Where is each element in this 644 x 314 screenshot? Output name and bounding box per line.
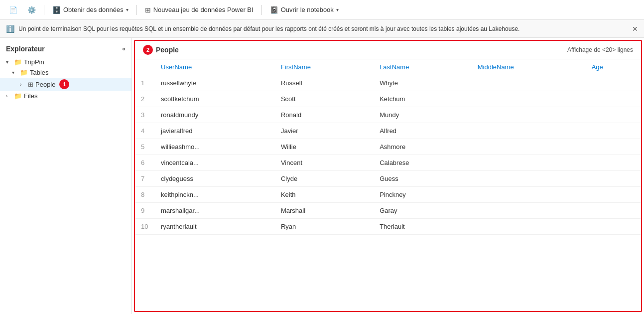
new-dataset-icon: ⊞ [145,6,151,14]
doc-icon: 📄 [9,6,17,14]
cell-middlename [472,203,586,219]
cell-lastname: Theriault [374,219,472,235]
tables-label: Tables [30,69,49,76]
sidebar-title-label: Explorateur [6,45,45,53]
tables-chevron-icon: ▾ [12,70,18,75]
cell-middlename [472,139,586,155]
cell-firstname: Javier [275,123,374,139]
cell-username: ryantheriault [155,219,275,235]
sidebar-item-trippin[interactable]: ▾ 📁 TripPin [0,57,131,67]
col-lastname[interactable]: LastName [374,59,472,75]
get-data-icon: 🗄️ [52,6,61,14]
separator-1 [44,5,44,15]
cell-middlename [472,171,586,187]
cell-age [586,187,641,203]
content-header: 2 People Affichage de <20> lignes [135,41,641,59]
info-bar: ℹ️ Un point de terminaison SQL pour les … [0,20,644,38]
annotation-badge-1: 1 [59,79,69,89]
cell-num: 9 [135,203,155,219]
trippin-folder-icon: 📁 [14,58,22,66]
cell-age [586,171,641,187]
people-label: People [35,81,55,88]
table-row: 2 scottketchum Scott Ketchum [135,91,641,107]
table-row: 10 ryantheriault Ryan Theriault [135,219,641,235]
cell-age [586,75,641,91]
cell-firstname: Russell [275,75,374,91]
sidebar-title: Explorateur « [0,42,131,57]
cell-username: vincentcala... [155,155,275,171]
col-username[interactable]: UserName [155,59,275,75]
cell-age [586,139,641,155]
sidebar-collapse-button[interactable]: « [122,45,126,52]
cell-age [586,203,641,219]
data-table-container[interactable]: UserName FirstName LastName MiddleName A… [135,59,641,311]
table-row: 1 russellwhyte Russell Whyte [135,75,641,91]
cell-middlename [472,219,586,235]
cell-lastname: Whyte [374,75,472,91]
info-close-button[interactable]: ✕ [632,25,638,33]
cell-lastname: Ketchum [374,91,472,107]
cell-lastname: Ashmore [374,139,472,155]
cell-middlename [472,155,586,171]
cell-num: 1 [135,75,155,91]
cell-firstname: Scott [275,91,374,107]
cell-username: clydeguess [155,171,275,187]
toolbar-open-notebook[interactable]: 📓 Ouvrir le notebook ▾ [266,4,343,16]
cell-middlename [472,91,586,107]
files-folder-icon: 📁 [14,92,22,100]
content-title: People [156,46,179,54]
sidebar-item-tables[interactable]: ▾ 📁 Tables [0,67,131,78]
cell-lastname: Guess [374,171,472,187]
notebook-icon: 📓 [270,6,278,14]
main-layout: Explorateur « ▾ 📁 TripPin ▾ 📁 Tables › ⊞… [0,38,644,314]
toolbar-settings-icon[interactable]: ⚙️ [23,4,40,16]
cell-firstname: Clyde [275,171,374,187]
toolbar-new-dataset[interactable]: ⊞ Nouveau jeu de données Power BI [141,4,258,16]
cell-username: russellwhyte [155,75,275,91]
cell-num: 4 [135,123,155,139]
cell-username: willieashmo... [155,139,275,155]
info-icon: ℹ️ [6,25,14,33]
col-age[interactable]: Age [586,59,641,75]
gear-icon: ⚙️ [27,6,36,14]
cell-firstname: Marshall [275,203,374,219]
toolbar: 📄 ⚙️ 🗄️ Obtenir des données ▾ ⊞ Nouveau … [0,0,644,20]
new-dataset-label: Nouveau jeu de données Power BI [153,6,254,13]
cell-num: 3 [135,107,155,123]
cell-firstname: Willie [275,139,374,155]
cell-age [586,155,641,171]
cell-num: 7 [135,171,155,187]
content-meta: Affichage de <20> lignes [567,46,633,53]
table-row: 7 clydeguess Clyde Guess [135,171,641,187]
sidebar: Explorateur « ▾ 📁 TripPin ▾ 📁 Tables › ⊞… [0,38,132,314]
open-notebook-label: Ouvrir le notebook [281,6,334,13]
annotation-badge-2: 2 [143,45,153,55]
cell-username: marshallgar... [155,203,275,219]
cell-age [586,107,641,123]
cell-num: 6 [135,155,155,171]
toolbar-get-data[interactable]: 🗄️ Obtenir des données ▾ [48,4,132,16]
cell-firstname: Keith [275,187,374,203]
cell-age [586,123,641,139]
cell-middlename [472,75,586,91]
sidebar-item-files[interactable]: › 📁 Files [0,91,131,101]
cell-age [586,219,641,235]
table-row: 9 marshallgar... Marshall Garay [135,203,641,219]
trippin-chevron-icon: ▾ [6,59,12,65]
get-data-label: Obtenir des données [63,6,124,13]
cell-firstname: Ronald [275,107,374,123]
table-header-row: UserName FirstName LastName MiddleName A… [135,59,641,75]
data-table: UserName FirstName LastName MiddleName A… [135,59,641,235]
table-row: 8 keithpinckn... Keith Pinckney [135,187,641,203]
col-firstname[interactable]: FirstName [275,59,374,75]
cell-middlename [472,187,586,203]
cell-username: keithpinckn... [155,187,275,203]
cell-num: 5 [135,139,155,155]
col-middlename[interactable]: MiddleName [472,59,586,75]
cell-firstname: Vincent [275,155,374,171]
sidebar-item-people[interactable]: › ⊞ People 1 [0,78,131,91]
table-row: 5 willieashmo... Willie Ashmore [135,139,641,155]
toolbar-doc-icon[interactable]: 📄 [5,4,21,16]
notebook-chevron: ▾ [336,7,339,12]
cell-age [586,91,641,107]
